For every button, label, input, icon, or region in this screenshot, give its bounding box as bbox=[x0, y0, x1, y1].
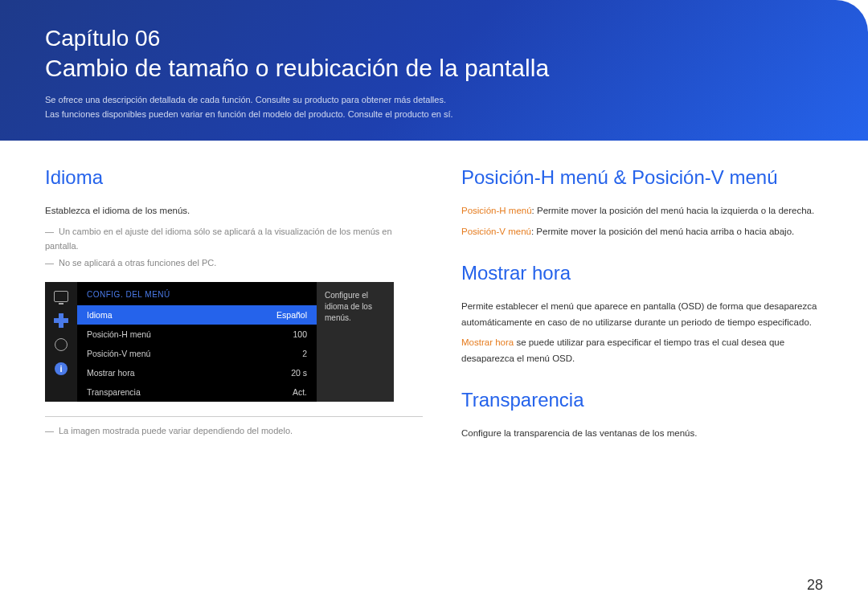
chapter-number: Capítulo 06 bbox=[45, 26, 823, 51]
posicion-v-text: : Permite mover la posición del menú hac… bbox=[531, 227, 794, 236]
osd-row-label: Posición-H menú bbox=[87, 329, 151, 339]
posicion-h-text: : Permite mover la posición del menú hac… bbox=[532, 206, 815, 215]
osd-row-0: IdiomaEspañol bbox=[77, 305, 317, 325]
mostrar-label: Mostrar hora bbox=[461, 337, 514, 347]
section-title-mostrar: Mostrar hora bbox=[461, 262, 823, 284]
mostrar-body-1: Permite establecer el menú que aparece e… bbox=[461, 299, 823, 330]
image-disclaimer: La imagen mostrada puede variar dependie… bbox=[45, 423, 423, 439]
chapter-banner: Capítulo 06 Cambio de tamaño o reubicaci… bbox=[0, 0, 868, 141]
osd-row-value: 100 bbox=[293, 329, 307, 339]
left-column: Idioma Establezca el idioma de los menús… bbox=[45, 163, 423, 447]
osd-row-label: Transparencia bbox=[87, 387, 141, 397]
transparencia-body: Configure la transparencia de las ventan… bbox=[461, 426, 823, 442]
posicion-v-line: Posición-V menú: Permite mover la posici… bbox=[461, 224, 823, 240]
page-number: 28 bbox=[807, 577, 823, 594]
posicion-h-line: Posición-H menú: Permite mover la posici… bbox=[461, 203, 823, 219]
right-column: Posición-H menú & Posición-V menú Posici… bbox=[461, 163, 823, 447]
osd-menu-box: i CONFIG. DEL MENÚ IdiomaEspañolPosición… bbox=[45, 282, 317, 402]
gear-icon bbox=[53, 338, 69, 351]
idioma-note-1: Un cambio en el ajuste del idioma sólo s… bbox=[45, 224, 423, 254]
osd-screenshot: i CONFIG. DEL MENÚ IdiomaEspañolPosición… bbox=[45, 282, 423, 402]
section-title-posicion: Posición-H menú & Posición-V menú bbox=[461, 166, 823, 189]
section-title-transparencia: Transparencia bbox=[461, 389, 823, 411]
osd-header: CONFIG. DEL MENÚ bbox=[77, 282, 317, 305]
idioma-body: Establezca el idioma de los menús. bbox=[45, 203, 423, 219]
content-columns: Idioma Establezca el idioma de los menús… bbox=[0, 141, 868, 447]
section-title-idioma: Idioma bbox=[45, 166, 423, 189]
osd-main-panel: CONFIG. DEL MENÚ IdiomaEspañolPosición-H… bbox=[77, 282, 317, 402]
osd-row-value: 20 s bbox=[291, 368, 307, 378]
osd-row-value: 2 bbox=[302, 349, 307, 358]
osd-row-label: Mostrar hora bbox=[87, 368, 135, 378]
mostrar-body-2: Mostrar hora se puede utilizar para espe… bbox=[461, 335, 823, 366]
osd-sidebar: i bbox=[45, 282, 77, 402]
monitor-icon bbox=[53, 290, 69, 303]
posicion-h-label: Posición-H menú bbox=[461, 206, 532, 215]
osd-row-1: Posición-H menú100 bbox=[77, 325, 317, 344]
chapter-title: Cambio de tamaño o reubicación de la pan… bbox=[45, 55, 823, 82]
navigation-cross-icon bbox=[53, 314, 69, 327]
banner-description-2: Las funciones disponibles pueden variar … bbox=[45, 108, 823, 122]
osd-row-4: TransparenciaAct. bbox=[77, 382, 317, 402]
osd-row-value: Español bbox=[276, 310, 307, 320]
osd-row-value: Act. bbox=[293, 387, 307, 397]
divider-line bbox=[45, 416, 423, 417]
info-icon: i bbox=[53, 362, 69, 375]
posicion-v-label: Posición-V menú bbox=[461, 227, 531, 236]
osd-row-label: Idioma bbox=[87, 310, 113, 320]
osd-tooltip: Configure el idioma de los menús. bbox=[317, 282, 394, 402]
osd-row-2: Posición-V menú2 bbox=[77, 344, 317, 363]
osd-row-label: Posición-V menú bbox=[87, 349, 150, 358]
banner-description-1: Se ofrece una descripción detallada de c… bbox=[45, 93, 823, 108]
idioma-note-2: No se aplicará a otras funciones del PC. bbox=[45, 255, 423, 271]
osd-row-3: Mostrar hora20 s bbox=[77, 363, 317, 382]
